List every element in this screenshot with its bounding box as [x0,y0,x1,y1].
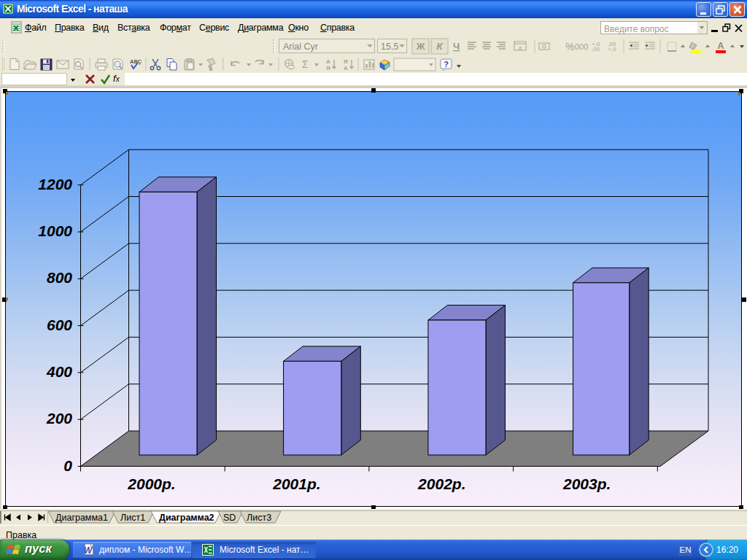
svg-text:2000р.: 2000р. [127,475,175,492]
svg-text:2003р.: 2003р. [562,475,611,492]
svg-text:Я: Я [344,58,348,65]
svg-text:ABҪ: ABҪ [130,58,142,65]
svg-text:Диаграмма1: Диаграмма1 [55,513,108,523]
svg-text:Ч: Ч [453,41,460,52]
svg-text:1200: 1200 [38,176,72,192]
svg-text:2002р.: 2002р. [417,475,465,492]
svg-text:0: 0 [63,457,72,474]
svg-text:SD: SD [223,513,236,523]
svg-text:200: 200 [46,410,72,427]
svg-text:%: % [565,41,574,52]
svg-text:400: 400 [46,363,72,380]
svg-text:A: A [717,41,724,51]
svg-text:+,0: +,0 [608,46,616,52]
svg-text:Лист1: Лист1 [120,513,145,523]
svg-text:1000: 1000 [38,222,72,239]
svg-text:А: А [326,58,330,65]
svg-text:000: 000 [575,42,588,51]
svg-text:800: 800 [47,269,72,286]
svg-text:a: a [519,44,522,51]
svg-text:Лист3: Лист3 [247,513,271,523]
svg-text:А: А [344,65,348,71]
svg-text:600: 600 [47,316,72,333]
svg-text:Σ: Σ [302,58,309,70]
svg-text:Диаграмма2: Диаграмма2 [159,513,214,523]
svg-text:W: W [84,545,93,556]
svg-text:2001р.: 2001р. [272,475,320,492]
svg-text:Ж: Ж [416,41,425,52]
svg-text:Я: Я [326,65,330,71]
svg-text:?: ? [444,60,449,69]
svg-text:,00: ,00 [592,46,600,52]
